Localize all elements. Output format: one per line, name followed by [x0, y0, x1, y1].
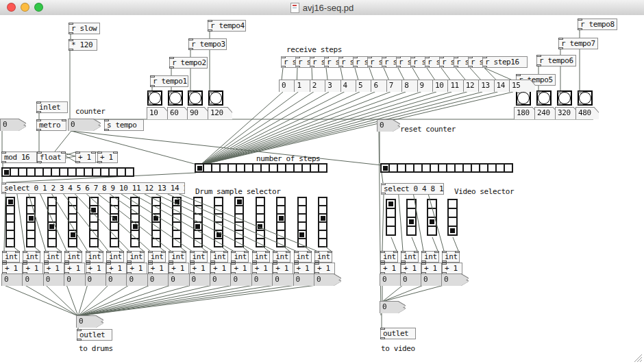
bang-tempo7[interactable]	[557, 90, 572, 106]
object-int-drum-10[interactable]: int	[210, 251, 228, 263]
object-r-step3[interactable]: r s	[310, 56, 325, 68]
object-s-tempo[interactable]: s tempo	[104, 119, 144, 131]
numbox-tempo8[interactable]: 480	[576, 108, 599, 119]
bang-tempo3[interactable]	[188, 90, 203, 106]
object-r-step16[interactable]: r step16	[482, 56, 528, 68]
numbox-tempo4[interactable]: 120	[208, 108, 232, 119]
bang-tempo2[interactable]	[168, 90, 183, 106]
object-int-drum-7[interactable]: int	[148, 251, 166, 263]
object-r-step11[interactable]: r s	[425, 56, 440, 68]
object-plus1-video-2[interactable]: + 1	[421, 263, 442, 274]
object-r-tempo8[interactable]: r tempo8	[578, 19, 617, 30]
numbox-tempo2[interactable]: 60	[168, 108, 189, 119]
numbox-tempo6[interactable]: 240	[535, 108, 558, 119]
object-plus1-video-0[interactable]: + 1	[380, 263, 401, 274]
object-r-tempo2[interactable]: r tempo2	[169, 57, 208, 69]
object-metro[interactable]: metro	[36, 119, 66, 131]
object-r-tempo3[interactable]: r tempo3	[188, 38, 227, 50]
numbox-tempo5[interactable]: 180	[515, 108, 537, 119]
object-select-video[interactable]: select 0 4 8 12	[381, 183, 444, 195]
object-plus1-video-3[interactable]: + 1	[442, 263, 462, 274]
object-plus1-drum-8[interactable]: + 1	[169, 263, 189, 274]
object-int-video-2[interactable]: int	[421, 251, 439, 263]
object-int-drum-11[interactable]: int	[231, 251, 249, 263]
object-int-drum-5[interactable]: int	[106, 251, 124, 263]
bang-tempo5[interactable]	[516, 90, 531, 106]
object-outlet-drums[interactable]: outlet	[77, 329, 112, 341]
object-outlet-video[interactable]: outlet	[380, 328, 416, 339]
object-r-step10[interactable]: r s	[410, 56, 425, 68]
object-int-video-1[interactable]: int	[401, 251, 419, 263]
object-select-drum[interactable]: select 0 1 2 3 4 5 6 7 8 9 10 11 12 13 1…	[1, 182, 185, 194]
numbox-step-15[interactable]: 15	[510, 80, 535, 92]
object-int-drum-15[interactable]: int	[314, 251, 332, 263]
object-r-step2[interactable]: r s	[295, 56, 310, 68]
close-button[interactable]	[7, 3, 16, 12]
numbox-counter-value[interactable]: 0	[69, 119, 101, 131]
object-r-step12[interactable]: r s	[439, 56, 454, 68]
object-plus1-drum-10[interactable]: + 1	[210, 263, 231, 274]
object-r-tempo6[interactable]: r tempo6	[536, 55, 576, 66]
object-inlet[interactable]: inlet	[36, 101, 68, 113]
object-int-drum-4[interactable]: int	[86, 251, 103, 263]
object-r-step1[interactable]: r s	[281, 56, 296, 68]
object-plus1-drum-4[interactable]: + 1	[86, 263, 106, 274]
numbox-drums-collector[interactable]: 0	[77, 316, 103, 328]
bang-tempo4[interactable]	[208, 90, 223, 106]
object-r-step5[interactable]: r s	[338, 56, 354, 68]
object-plus1-drum-12[interactable]: + 1	[252, 263, 273, 274]
bang-tempo1[interactable]	[147, 90, 162, 106]
object-plus1-drum-6[interactable]: + 1	[127, 263, 147, 274]
bang-tempo8[interactable]	[578, 90, 593, 106]
object-plus1-drum-11[interactable]: + 1	[231, 263, 251, 274]
object-r-step4[interactable]: r s	[324, 56, 339, 68]
object-plus1-drum-9[interactable]: + 1	[190, 263, 210, 274]
msgbox-zero-left[interactable]: 0	[1, 119, 26, 131]
resize-grip[interactable]	[633, 353, 643, 363]
object-int-video-0[interactable]: int	[380, 251, 398, 263]
numbox-tempo1[interactable]: 10	[147, 108, 169, 119]
object-plus1-drum-1[interactable]: + 1	[23, 263, 43, 274]
object-plus1-drum-14[interactable]: + 1	[294, 263, 314, 274]
object-int-drum-1[interactable]: int	[23, 251, 40, 263]
numbox-video-out-3[interactable]: 0	[442, 274, 469, 286]
bang-tempo6[interactable]	[536, 90, 552, 106]
object-plus-1-a[interactable]: + 1	[75, 151, 96, 163]
object-r-tempo4[interactable]: r tempo4	[208, 20, 246, 32]
object-plus1-drum-5[interactable]: + 1	[106, 263, 127, 274]
object-r-slow[interactable]: r slow	[69, 23, 100, 34]
object-mod-16[interactable]: mod 16	[1, 151, 37, 163]
object-plus1-drum-3[interactable]: + 1	[64, 263, 85, 274]
msgbox-reset-zero[interactable]: 0	[377, 120, 400, 132]
object-multiply-120[interactable]: * 120	[69, 39, 97, 51]
object-float[interactable]: float	[37, 151, 66, 163]
object-plus1-drum-2[interactable]: + 1	[44, 263, 64, 274]
object-int-drum-12[interactable]: int	[252, 251, 270, 263]
object-r-step7[interactable]: r s	[367, 56, 382, 68]
object-plus1-drum-0[interactable]: + 1	[2, 263, 23, 274]
object-r-step8[interactable]: r s	[382, 56, 397, 68]
numbox-tempo3[interactable]: 90	[188, 108, 209, 119]
object-int-drum-3[interactable]: int	[64, 251, 82, 263]
numbox-tempo7[interactable]: 320	[556, 108, 578, 119]
object-plus1-drum-13[interactable]: + 1	[273, 263, 293, 274]
object-int-drum-9[interactable]: int	[190, 251, 208, 263]
object-int-video-3[interactable]: int	[442, 251, 460, 263]
object-int-drum-14[interactable]: int	[294, 251, 312, 263]
pd-canvas[interactable]: r slow * 120 receive steps inlet counter…	[0, 15, 644, 364]
object-r-tempo7[interactable]: r tempo7	[558, 38, 598, 49]
minimize-button[interactable]	[21, 3, 29, 12]
object-r-tempo1[interactable]: r tempo1	[150, 75, 188, 87]
numbox-video-collector[interactable]: 0	[380, 302, 406, 313]
zoom-button[interactable]	[34, 3, 43, 12]
object-r-step14[interactable]: r s	[468, 56, 483, 68]
object-int-drum-13[interactable]: int	[273, 251, 290, 263]
object-r-step6[interactable]: r s	[353, 56, 368, 68]
object-r-step9[interactable]: r s	[396, 56, 411, 68]
object-r-step13[interactable]: r s	[454, 56, 469, 68]
numbox-drum-out-15[interactable]: 0	[314, 274, 341, 286]
object-plus1-drum-15[interactable]: + 1	[314, 263, 335, 274]
object-int-drum-6[interactable]: int	[127, 251, 145, 263]
object-plus-1-b[interactable]: + 1	[97, 151, 118, 163]
object-int-drum-8[interactable]: int	[169, 251, 186, 263]
